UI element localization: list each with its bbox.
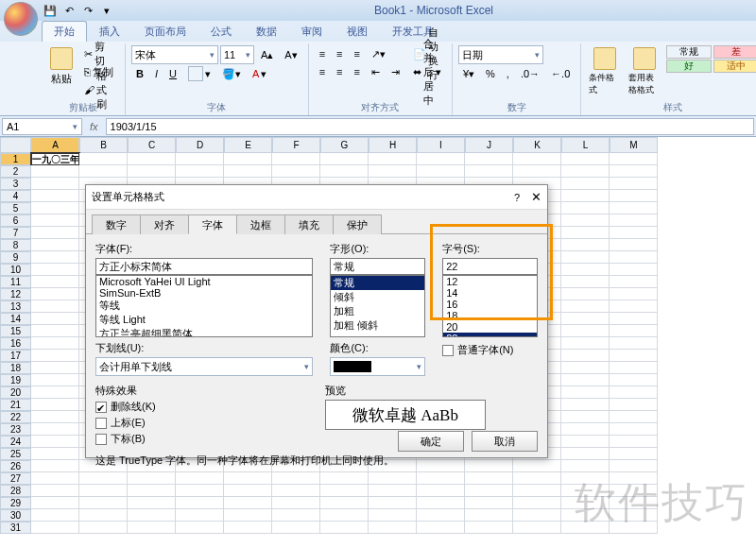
cell[interactable] <box>128 153 176 165</box>
row-header[interactable]: 23 <box>0 423 31 436</box>
cell[interactable] <box>79 497 128 509</box>
grow-font-icon[interactable]: A▴ <box>256 46 278 63</box>
cell[interactable] <box>417 472 465 485</box>
cell[interactable] <box>417 509 465 522</box>
cell[interactable] <box>31 386 79 399</box>
cell[interactable] <box>513 153 561 165</box>
col-header[interactable]: L <box>561 137 610 153</box>
cell[interactable] <box>561 190 610 202</box>
cell[interactable] <box>561 276 610 288</box>
cell[interactable] <box>320 497 369 509</box>
row-header[interactable]: 31 <box>0 522 31 534</box>
cell[interactable] <box>513 497 561 509</box>
cell[interactable] <box>561 497 610 509</box>
indent-dec-icon[interactable]: ⇤ <box>367 63 385 80</box>
merge-button[interactable]: ⬌ 合并后居中▾ <box>408 63 446 80</box>
row-header[interactable]: 28 <box>0 485 31 497</box>
cell[interactable] <box>320 485 369 497</box>
cell[interactable] <box>610 337 658 350</box>
cell[interactable]: 一九〇三年一月 <box>31 153 79 165</box>
dec-inc-icon[interactable]: .0→ <box>516 65 544 82</box>
row-header[interactable]: 9 <box>0 251 31 264</box>
cell[interactable] <box>369 165 417 178</box>
row-header[interactable]: 27 <box>0 472 31 485</box>
cell[interactable] <box>369 485 417 497</box>
cell[interactable] <box>224 509 272 522</box>
cell[interactable] <box>465 509 513 522</box>
cell[interactable] <box>224 472 272 485</box>
row-header[interactable]: 15 <box>0 325 31 337</box>
cell-styles-gallery[interactable]: 常规差 好适中 <box>666 45 756 73</box>
col-header[interactable]: E <box>224 137 272 153</box>
cell[interactable] <box>31 497 79 509</box>
cell[interactable] <box>176 485 224 497</box>
cell[interactable] <box>513 522 561 534</box>
cell[interactable] <box>561 337 610 350</box>
cell[interactable] <box>79 509 128 522</box>
col-header[interactable]: B <box>79 137 128 153</box>
cell[interactable] <box>610 190 658 202</box>
row-header[interactable]: 11 <box>0 276 31 288</box>
number-format-combo[interactable]: 日期▾ <box>458 45 543 64</box>
cell[interactable] <box>31 325 79 337</box>
cell[interactable] <box>610 362 658 374</box>
row-header[interactable]: 25 <box>0 448 31 460</box>
color-combo[interactable]: ▾ <box>330 357 425 376</box>
cell[interactable] <box>128 509 176 522</box>
cell[interactable] <box>465 153 513 165</box>
dlg-tab-align[interactable]: 对齐 <box>140 214 189 234</box>
align-mid-icon[interactable]: ≡ <box>332 45 347 62</box>
font-list[interactable]: Microsoft YaHei UI LightSimSun-ExtB等线等线 … <box>95 275 313 337</box>
cell[interactable] <box>224 153 272 165</box>
qat-save-icon[interactable]: 💾 <box>42 2 59 19</box>
cell[interactable] <box>561 239 610 251</box>
underline-button[interactable]: U <box>164 65 181 82</box>
cell[interactable] <box>128 485 176 497</box>
cell[interactable] <box>561 423 610 436</box>
cell[interactable] <box>610 448 658 460</box>
cell[interactable] <box>610 386 658 399</box>
cell[interactable] <box>320 522 369 534</box>
cell[interactable] <box>31 411 79 423</box>
cell[interactable] <box>31 460 79 472</box>
font-size-combo[interactable]: 11▾ <box>220 45 254 64</box>
cell[interactable] <box>561 436 610 448</box>
cell[interactable] <box>561 386 610 399</box>
cell[interactable] <box>176 153 224 165</box>
dlg-tab-protect[interactable]: 保护 <box>333 214 382 234</box>
cell[interactable] <box>610 399 658 411</box>
dlg-tab-border[interactable]: 边框 <box>236 214 285 234</box>
cell[interactable] <box>31 165 79 178</box>
bold-button[interactable]: B <box>131 65 148 82</box>
cell[interactable] <box>561 300 610 313</box>
fill-color-button[interactable]: 🪣▾ <box>217 65 246 82</box>
cell[interactable] <box>513 165 561 178</box>
currency-icon[interactable]: ¥▾ <box>458 65 479 82</box>
align-center-icon[interactable]: ≡ <box>332 63 347 80</box>
cell[interactable] <box>31 214 79 227</box>
col-header[interactable]: G <box>320 137 369 153</box>
cell[interactable] <box>561 165 610 178</box>
cell[interactable] <box>513 509 561 522</box>
cut-button[interactable]: ✂ 剪切 <box>79 45 119 62</box>
cell[interactable] <box>272 497 320 509</box>
tab-formulas[interactable]: 公式 <box>198 21 244 42</box>
cell[interactable] <box>465 522 513 534</box>
cell[interactable] <box>610 509 658 522</box>
cell[interactable] <box>610 202 658 214</box>
font-name-combo[interactable]: 宋体▾ <box>131 45 218 64</box>
cell[interactable] <box>224 485 272 497</box>
align-top-icon[interactable]: ≡ <box>315 45 330 62</box>
paste-button[interactable]: 粘贴 <box>47 45 76 88</box>
cell[interactable] <box>31 509 79 522</box>
cell[interactable] <box>610 165 658 178</box>
cell[interactable] <box>369 509 417 522</box>
cell[interactable] <box>610 485 658 497</box>
size-input[interactable] <box>442 258 538 275</box>
dlg-tab-number[interactable]: 数字 <box>92 214 141 234</box>
cell[interactable] <box>610 325 658 337</box>
cell[interactable] <box>320 165 369 178</box>
cell[interactable] <box>561 460 610 472</box>
cell[interactable] <box>369 153 417 165</box>
cell[interactable] <box>610 350 658 362</box>
